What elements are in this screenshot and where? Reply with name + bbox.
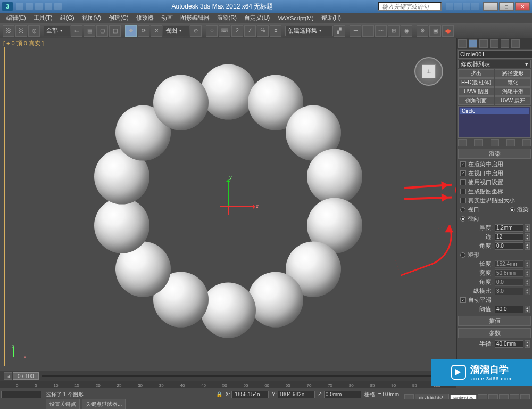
more-icon[interactable] [471,3,479,10]
time-prev-icon[interactable]: ◂ [4,372,12,380]
rendered-frame-icon[interactable]: ▣ [429,25,441,37]
star-icon[interactable] [454,3,462,10]
tab-motion-icon[interactable] [490,39,498,48]
threshold-spinner[interactable]: ▲▼ [525,306,530,313]
tab-display-icon[interactable] [501,39,509,48]
chk-realworld[interactable] [460,198,466,203]
rollout-render-header[interactable]: 渲染 [458,149,531,159]
remove-mod-icon[interactable] [506,139,515,146]
btn-ffd[interactable]: FFD(圆柱体) [458,78,494,87]
menu-animation[interactable]: 动画 [158,13,176,23]
menu-grapheditors[interactable]: 图形编辑器 [177,13,213,23]
snap-angle-icon[interactable]: ∠ [244,25,256,37]
radio-radial[interactable] [460,216,466,222]
menu-render[interactable]: 渲染(R) [214,13,240,23]
snap2d-icon[interactable]: 2 [231,25,243,37]
viewport[interactable]: y x 上 x y [4,47,452,366]
menu-tools[interactable]: 工具(T) [30,13,56,23]
keyfilter-button[interactable]: 关键点过滤器... [82,399,126,409]
thickness-spinner[interactable]: ▲▼ [525,224,530,232]
menu-view[interactable]: 视图(V) [79,13,105,23]
chk-use-viewport[interactable] [460,179,466,185]
coord-x-input[interactable] [231,391,269,398]
menu-maxscript[interactable]: MAXScript(M) [274,14,317,22]
time-track[interactable] [42,375,440,377]
coord-z-input[interactable] [324,391,361,398]
time-slider-knob[interactable]: 0 / 100 [13,372,39,380]
named-sel-combo[interactable]: 创建选择集 [285,26,333,36]
btn-extrude[interactable]: 挤出 [458,69,494,78]
layers-icon[interactable]: ≣ [362,25,374,37]
lock-icon[interactable]: 🔒 [216,391,222,397]
window-crossing-icon[interactable]: ◫ [109,25,121,37]
unlink-icon[interactable]: ⛓ [15,25,27,37]
pin-stack-icon[interactable] [458,139,467,146]
menu-group[interactable]: 组(G) [57,13,78,23]
help-icon[interactable] [446,3,453,10]
angle-input[interactable] [495,242,523,250]
sides-spinner[interactable]: ▲▼ [525,233,530,241]
minimize-button[interactable]: — [483,2,498,11]
modifier-list-combo[interactable]: 修改器列表▾ [458,60,531,68]
chk-autosmooth[interactable] [460,297,466,303]
configure-icon[interactable] [522,139,531,146]
tab-create-icon[interactable] [458,39,467,48]
viewport-label[interactable]: [ + 0 顶 0 真实 ] [3,39,44,47]
qat-new-icon[interactable] [16,3,23,10]
pivot-icon[interactable]: ⊙ [190,25,202,37]
select-icon[interactable]: ▭ [71,25,82,37]
bind-icon[interactable]: ◎ [28,25,40,37]
curve-editor-icon[interactable]: 〰 [375,25,387,37]
show-result-icon[interactable] [474,139,483,146]
menu-edit[interactable]: 编辑(E) [3,13,29,23]
tab-modify-icon[interactable] [469,39,477,48]
tab-hierarchy-icon[interactable] [479,39,488,48]
angle-spinner[interactable]: ▲▼ [525,242,530,250]
menu-customize[interactable]: 自定义(U) [241,13,273,23]
qat-redo-icon[interactable] [54,3,62,10]
link-icon[interactable]: ⛓ [3,25,14,37]
qat-save-icon[interactable] [35,3,43,10]
btn-uvwunwrap[interactable]: UVW 展开 [495,96,531,105]
time-slider[interactable]: ◂ 0 / 100 ▸ [0,371,456,381]
select-name-icon[interactable]: ▤ [84,25,95,37]
stack-item-circle[interactable]: Circle [460,108,529,114]
sides-input[interactable] [495,233,523,241]
setkey-button[interactable]: 设置关键点 [46,399,80,409]
render-icon[interactable]: 🫖 [442,25,454,37]
close-button[interactable]: ✕ [515,2,530,11]
object-name-input[interactable] [458,50,532,59]
help-search-input[interactable] [378,2,442,11]
material-icon[interactable]: ◉ [401,25,412,37]
threshold-input[interactable] [495,306,523,313]
render-setup-icon[interactable]: ⚙ [417,25,428,37]
btn-taper[interactable]: 锥化 [495,78,531,87]
qat-undo-icon[interactable] [45,3,52,10]
radius-input[interactable] [495,340,523,348]
scale-icon[interactable]: ⤧ [151,25,162,37]
menu-create[interactable]: 创建(C) [105,13,131,23]
viewcube-face[interactable]: 上 [422,64,436,78]
rollout-interp-header[interactable]: 插值 [458,316,531,326]
thickness-input[interactable] [495,224,523,232]
move-icon[interactable]: ✥ [125,25,137,37]
btn-turbosmooth[interactable]: 涡轮平滑 [495,87,531,96]
rotate-icon[interactable]: ⟳ [138,25,149,37]
radio-viewport[interactable] [460,207,466,212]
unique-icon[interactable] [491,139,499,146]
btn-bevelprofile[interactable]: 倒角剖面 [458,96,494,105]
radio-rect[interactable] [460,252,466,258]
ref-coord-combo[interactable]: 视图 [163,26,189,36]
keyboard-icon[interactable]: ⌨ [219,25,230,37]
coord-y-input[interactable] [278,391,315,398]
btn-pathdeform[interactable]: 路径变形 [495,69,531,78]
chk-viewport-enable[interactable] [460,170,466,176]
rollout-params-header[interactable]: 参数 [458,328,531,338]
menu-modifiers[interactable]: 修改器 [133,13,157,23]
chk-render-enable[interactable] [460,161,466,167]
radius-spinner[interactable]: ▲▼ [525,340,530,348]
qat-open-icon[interactable] [26,3,33,10]
viewcube[interactable]: 上 [414,57,443,86]
script-mini-listener[interactable] [1,391,41,398]
mirror-icon[interactable]: ▞ [334,25,345,37]
